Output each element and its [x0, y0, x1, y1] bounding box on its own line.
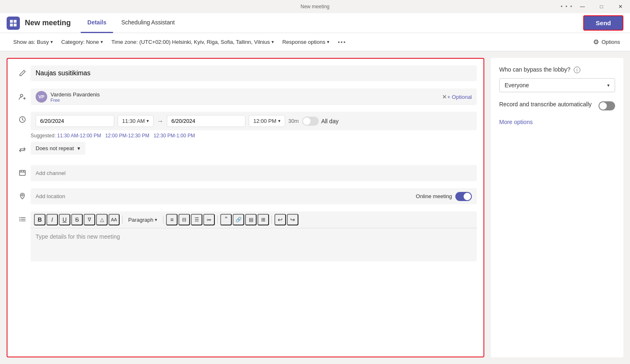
response-options-chevron-icon: ▾ — [327, 39, 329, 45]
location-input[interactable] — [36, 188, 416, 204]
app-title: New meeting — [25, 19, 71, 27]
italic-button[interactable]: I — [46, 214, 58, 225]
suggested-time-1[interactable]: 11:30 AM-12:00 PM — [57, 133, 101, 139]
suggested-time-2[interactable]: 12:00 PM-12:30 PM — [105, 133, 149, 139]
strikethrough-button[interactable]: S — [71, 214, 83, 225]
app-header: New meeting Details Scheduling Assistant… — [0, 13, 630, 33]
location-row-inner: Online meeting — [31, 188, 477, 204]
increase-indent-button[interactable]: △ — [96, 214, 108, 225]
svg-point-7 — [22, 194, 23, 196]
tab-details[interactable]: Details — [81, 13, 113, 33]
suggested-time-3[interactable]: 12:30 PM-1:00 PM — [154, 133, 195, 139]
channel-content — [31, 165, 477, 181]
justify-button[interactable]: ▤ — [245, 214, 257, 225]
right-panel: Who can bypass the lobby? i Everyone ▾ R… — [491, 58, 623, 357]
underline-button[interactable]: U — [59, 214, 70, 225]
toolbar-row: Show as: Busy ▾ Category: None ▾ Time zo… — [0, 33, 630, 51]
svg-point-8 — [19, 217, 20, 218]
title-content — [31, 65, 477, 81]
table-button[interactable]: ⊞ — [257, 214, 269, 225]
category-selector[interactable]: Category: None ▾ — [58, 37, 106, 47]
end-date-input[interactable] — [167, 115, 245, 127]
datetime-content: 11:30 AM ▾ → 12:00 PM ▾ 30m All day — [31, 112, 477, 139]
redo-button[interactable]: ↪ — [287, 214, 298, 225]
timezone-selector[interactable]: Time zone: (UTC+02:00) Helsinki, Kyiv, R… — [108, 37, 277, 47]
numbered-list-button[interactable]: ≔ — [203, 214, 215, 225]
rte-sep-1 — [122, 216, 123, 224]
response-options-selector[interactable]: Response options ▾ — [279, 37, 333, 47]
duration-text: 30m — [289, 118, 299, 124]
info-icon[interactable]: i — [574, 67, 580, 73]
undo-button[interactable]: ↩ — [274, 214, 286, 225]
close-button[interactable]: ✕ — [611, 0, 630, 13]
bold-button[interactable]: B — [34, 214, 46, 225]
app-icon — [7, 17, 20, 30]
show-as-selector[interactable]: Show as: Busy ▾ — [10, 37, 56, 47]
add-people-icon — [14, 89, 31, 101]
channel-icon — [14, 165, 31, 177]
record-toggle[interactable] — [599, 101, 615, 110]
lobby-chevron-icon: ▾ — [607, 83, 610, 88]
minimize-button[interactable]: — — [573, 0, 592, 13]
decrease-indent-button[interactable]: ∇ — [84, 214, 95, 225]
window-title: New meeting — [301, 4, 329, 10]
bullet-list-button[interactable]: ☰ — [191, 214, 202, 225]
avatar: VP — [36, 91, 47, 103]
paragraph-dropdown[interactable]: Paragraph ▾ — [125, 215, 161, 225]
meeting-title-input[interactable] — [31, 65, 477, 81]
quote-button[interactable]: " — [220, 214, 232, 225]
gear-icon: ⚙ — [593, 38, 599, 46]
channel-input[interactable] — [31, 165, 477, 181]
rte-sep-4 — [272, 216, 272, 224]
repeat-content: Does not repeat ▾ — [31, 142, 477, 155]
toolbar-more-icon[interactable]: ••• — [338, 39, 346, 46]
rte-sep-2 — [163, 216, 164, 224]
repeat-label: Does not repeat — [36, 145, 74, 151]
end-time-select[interactable]: 12:00 PM ▾ — [249, 115, 285, 127]
allday-toggle[interactable] — [302, 117, 319, 126]
attendee-content: VP Vardenis Pavardenis Free ✕ + Optional — [31, 89, 477, 105]
svg-rect-0 — [10, 20, 13, 23]
location-pin-icon — [14, 188, 31, 200]
channel-row — [14, 165, 477, 185]
start-time-select[interactable]: 11:30 AM ▾ — [118, 115, 154, 127]
editor-content: B I U S ∇ △ AA Paragraph ▾ ≡ ⊟ ☰ — [31, 211, 477, 261]
repeat-chevron-icon: ▾ — [77, 145, 80, 151]
suggested-row: Suggested: 11:30 AM-12:00 PM 12:00 PM-12… — [31, 133, 477, 139]
remove-attendee-button[interactable]: ✕ — [442, 93, 447, 100]
lobby-option: Everyone — [505, 82, 529, 89]
editor-body[interactable]: Type details for this new meeting — [31, 228, 477, 261]
online-meeting-toggle[interactable] — [455, 192, 472, 201]
show-as-chevron-icon: ▾ — [50, 39, 53, 45]
category-chevron-icon: ▾ — [101, 39, 103, 45]
timezone-chevron-icon: ▾ — [272, 39, 274, 45]
link-button[interactable]: 🔗 — [233, 214, 244, 225]
optional-link[interactable]: + Optional — [447, 94, 472, 100]
lobby-title: Who can bypass the lobby? i — [499, 66, 615, 73]
svg-rect-3 — [14, 24, 17, 26]
font-size-button[interactable]: AA — [108, 214, 120, 225]
lobby-select[interactable]: Everyone ▾ — [499, 78, 615, 92]
datetime-inputs: 11:30 AM ▾ → 12:00 PM ▾ 30m All day — [31, 112, 477, 130]
maximize-button[interactable]: □ — [592, 0, 611, 13]
location-content: Online meeting — [31, 188, 477, 204]
more-options-link[interactable]: More options — [499, 119, 615, 125]
repeat-select[interactable]: Does not repeat ▾ — [31, 142, 85, 155]
record-label: Record and transcribe automatically — [499, 101, 592, 109]
tab-scheduling-assistant[interactable]: Scheduling Assistant — [115, 13, 181, 33]
arrow-separator-icon: → — [157, 117, 164, 125]
online-meeting-label: Online meeting — [416, 193, 452, 199]
suggested-label: Suggested: — [31, 133, 56, 139]
svg-point-9 — [19, 219, 20, 220]
svg-rect-1 — [14, 20, 17, 23]
align-center-button[interactable]: ⊟ — [178, 214, 190, 225]
attendee-info: Vardenis Pavardenis Free — [50, 91, 439, 103]
list-icon — [14, 211, 31, 223]
send-button[interactable]: Send — [583, 15, 623, 31]
allday-label: All day — [321, 118, 339, 125]
align-left-button[interactable]: ≡ — [166, 214, 178, 225]
options-button[interactable]: ⚙ Options — [593, 38, 620, 46]
end-time-chevron-icon: ▾ — [278, 118, 281, 124]
window-controls: — □ ✕ — [573, 0, 630, 13]
start-date-input[interactable] — [36, 115, 114, 127]
